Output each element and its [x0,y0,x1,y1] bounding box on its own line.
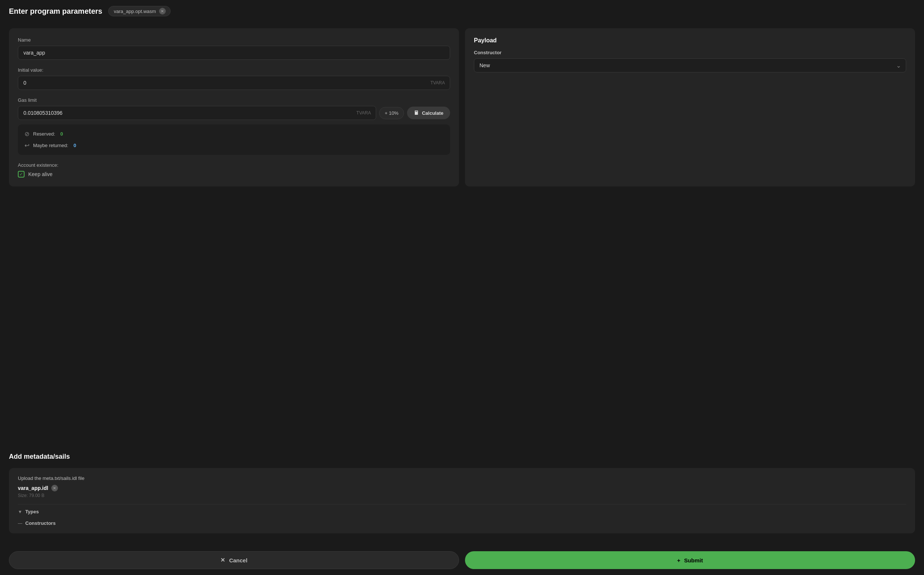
calculator-icon: 🖩 [414,110,419,116]
initial-value-suffix: TVARA [430,80,445,86]
gas-limit-field-group: Gas limit TVARA + 10% 🖩 Calculate [18,97,450,155]
right-panel: Payload Constructor New ⌄ [465,28,915,186]
file-tab-close-button[interactable]: ✕ [159,8,166,14]
action-bar: ✕ Cancel + Submit [0,545,924,575]
file-tab-name: vara_app.opt.wasm [114,8,156,14]
keep-alive-label: Keep alive [28,171,53,177]
file-tab[interactable]: vara_app.opt.wasm ✕ [108,6,170,16]
file-size: Size: 79.00 B [18,493,906,498]
chevron-down-icon: ▼ [18,509,22,515]
gas-limit-row: TVARA + 10% 🖩 Calculate [18,106,450,120]
name-label: Name [18,37,450,43]
calculate-button[interactable]: 🖩 Calculate [407,106,450,119]
submit-label: Submit [684,557,703,564]
page-title: Enter program parameters [9,7,102,16]
chevron-right-icon: — [18,521,22,526]
constructors-row[interactable]: — Constructors [18,518,906,526]
main-content: Name Initial value: TVARA Gas limit [0,22,924,453]
plus10-button[interactable]: + 10% [379,107,404,119]
return-icon: ↩ [24,142,29,149]
name-field-group: Name [18,37,450,60]
left-panel: Name Initial value: TVARA Gas limit [9,28,459,186]
gas-limit-input[interactable] [18,106,376,120]
gas-limit-input-wrap: TVARA [18,106,376,120]
close-icon: ✕ [161,9,164,14]
page-header: Enter program parameters vara_app.opt.wa… [0,0,924,22]
keep-alive-checkbox[interactable]: ✓ [18,171,24,178]
maybe-returned-row: ↩ Maybe returned: 0 [24,142,443,149]
cancel-button[interactable]: ✕ Cancel [9,551,459,569]
initial-value-field-group: Initial value: TVARA [18,67,450,90]
maybe-returned-label: Maybe returned: [33,143,69,148]
constructor-label: Constructor [474,50,906,56]
gas-limit-label: Gas limit [18,97,450,103]
constructor-select[interactable]: New [474,58,906,72]
name-input[interactable] [18,46,450,60]
gas-limit-suffix: TVARA [357,110,371,116]
constructor-select-wrap: New ⌄ [474,58,906,72]
keep-alive-row: ✓ Keep alive [18,171,450,178]
reserved-row: ⊘ Reserved: 0 [24,130,443,137]
gas-info-box: ⊘ Reserved: 0 ↩ Maybe returned: 0 [18,124,450,155]
two-col-layout: Name Initial value: TVARA Gas limit [9,28,915,186]
checkmark-icon: ✓ [19,172,23,177]
file-name: vara_app.idl [18,485,48,491]
reserved-label: Reserved: [33,131,55,137]
file-info-row: vara_app.idl ✕ [18,485,906,491]
cancel-label: Cancel [229,557,247,564]
metadata-panel: Upload the meta.txt/sails.idl file vara_… [9,468,915,534]
maybe-returned-value: 0 [73,143,76,148]
upload-label: Upload the meta.txt/sails.idl file [18,475,906,481]
file-remove-button[interactable]: ✕ [51,485,58,491]
page-wrapper: Enter program parameters vara_app.opt.wa… [0,0,924,575]
calculate-label: Calculate [422,110,443,116]
plus-icon: + [677,557,680,564]
account-existence-section: Account existence: ✓ Keep alive [18,162,450,178]
reserved-value: 0 [60,131,63,137]
close-icon: ✕ [53,486,56,491]
constructors-label: Constructors [25,520,56,526]
payload-title: Payload [474,37,906,44]
types-label: Types [25,509,39,515]
initial-value-input-wrap: TVARA [18,76,450,90]
section-title: Add metadata/sails [9,453,915,461]
cancel-icon: ✕ [220,557,225,564]
bottom-section: Add metadata/sails Upload the meta.txt/s… [0,453,924,545]
types-row[interactable]: ▼ Types [18,504,906,515]
shield-icon: ⊘ [24,130,29,137]
account-existence-label: Account existence: [18,162,450,168]
submit-button[interactable]: + Submit [465,551,915,569]
initial-value-input[interactable] [18,76,450,90]
initial-value-label: Initial value: [18,67,450,73]
